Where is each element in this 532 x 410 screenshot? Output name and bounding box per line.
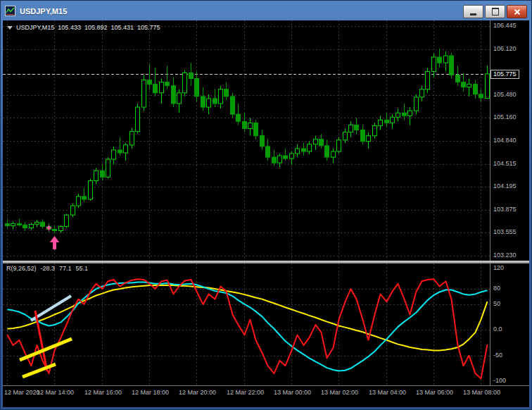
time-axis-label: 12 Mar 22:00 xyxy=(220,389,272,397)
time-axis-label: 13 Mar 06:00 xyxy=(409,389,461,397)
indicator-value-2: 77.1 xyxy=(59,265,72,272)
current-price-tag: 105.775 xyxy=(490,70,519,79)
window-title: USDJPY,M15 xyxy=(20,7,67,15)
time-axis-label: 12 Mar 18:00 xyxy=(125,389,177,397)
close-icon xyxy=(514,8,521,15)
close-button[interactable] xyxy=(507,5,527,18)
ohlc-high: 105.892 xyxy=(84,24,108,31)
indicator-label: R(9,26,52) -28.3 77.1 55.1 xyxy=(6,265,88,272)
indicator-value-1: -28.3 xyxy=(41,265,56,272)
price-axis-label: 103.230 xyxy=(493,251,517,259)
time-axis-label: 12 Mar 16:00 xyxy=(77,389,129,397)
chart-area[interactable]: USDJPY,M15 105.433 105.892 105.431 105.7… xyxy=(3,20,529,407)
ohlc-close: 105.775 xyxy=(137,24,160,31)
time-axis-label: 12 Mar 14:00 xyxy=(30,389,82,397)
time-axis-label: 13 Mar 04:00 xyxy=(362,389,414,397)
window-titlebar[interactable]: USDJPY,M15 xyxy=(2,2,530,20)
indicator-scale-label: 80 xyxy=(493,285,500,292)
ohlc-open: 105.433 xyxy=(58,24,81,31)
panel-splitter[interactable] xyxy=(3,261,529,263)
minimize-button[interactable] xyxy=(463,5,483,18)
ohlc-low: 105.431 xyxy=(110,24,134,31)
minimize-icon xyxy=(470,13,476,15)
maximize-button[interactable] xyxy=(485,5,505,18)
time-axis-label: 13 Mar 08:00 xyxy=(456,389,508,397)
trendline-object xyxy=(20,339,72,360)
price-chart-canvas[interactable] xyxy=(3,20,529,407)
indicator-scale-label: 120 xyxy=(493,264,504,272)
indicator-name: R(9,26,52) xyxy=(6,265,37,272)
ohlc-symbol: USDJPY,M15 xyxy=(16,24,54,31)
buy-arrow-icon xyxy=(51,237,59,249)
price-axis-label: 106.120 xyxy=(493,45,517,53)
window-controls xyxy=(462,5,527,18)
ohlc-label: USDJPY,M15 105.433 105.892 105.431 105.7… xyxy=(7,24,160,31)
indicator-scale-label: 50 xyxy=(493,300,500,308)
price-axis-label: 104.195 xyxy=(493,182,517,190)
price-axis-label: 103.555 xyxy=(493,228,517,236)
indicator-scale-label: -100 xyxy=(493,377,506,385)
time-axis-label: 13 Mar 02:00 xyxy=(314,389,366,397)
trendline-object xyxy=(23,364,56,377)
time-axis-label: 13 Mar 00:00 xyxy=(267,389,319,397)
one-click-trading-collapse-icon[interactable] xyxy=(7,26,13,30)
chart-window: USDJPY,M15 USDJPY,M15 105.433 105.892 10… xyxy=(0,0,532,410)
indicator-scale-label: 0.0 xyxy=(493,325,502,333)
maximize-icon xyxy=(492,8,499,15)
price-axis-label: 104.515 xyxy=(493,160,517,168)
time-axis-label: 12 Mar 20:00 xyxy=(172,389,224,397)
chart-window-icon xyxy=(5,6,15,16)
price-axis-label: 105.160 xyxy=(493,113,517,121)
signal-star-icon xyxy=(46,225,52,231)
price-axis-label: 103.875 xyxy=(493,206,517,213)
price-axis-label: 106.445 xyxy=(493,22,517,30)
price-axis-label: 105.480 xyxy=(493,91,517,99)
indicator-value-3: 55.1 xyxy=(76,265,89,272)
indicator-scale-label: -50 xyxy=(493,352,502,359)
price-axis-label: 104.840 xyxy=(493,137,517,144)
